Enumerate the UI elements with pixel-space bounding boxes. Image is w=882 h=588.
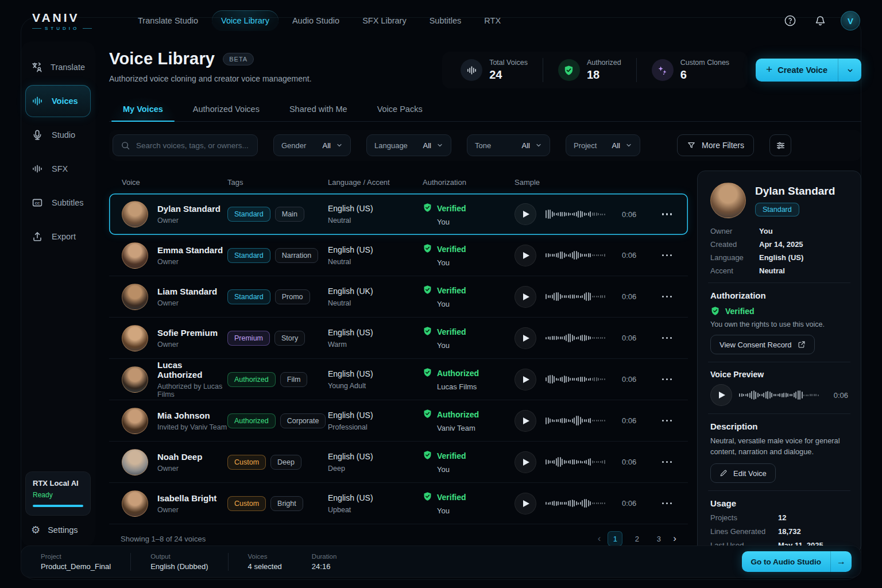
create-voice-button[interactable]: +Create Voice <box>756 59 861 82</box>
tab-voice-packs[interactable]: Voice Packs <box>375 99 425 121</box>
play-icon <box>523 252 529 259</box>
go-to-audio-studio-button[interactable]: Go to Audio Studio → <box>742 551 852 572</box>
row-menu-button[interactable] <box>661 334 674 343</box>
play-button[interactable] <box>514 203 536 225</box>
create-voice-dropdown[interactable] <box>838 67 861 74</box>
column-header-authorization: Authorization <box>423 178 514 187</box>
preview-duration: 0:06 <box>834 391 848 400</box>
page-button-3[interactable]: 3 <box>651 531 666 546</box>
topnav-tab-audio-studio[interactable]: Audio Studio <box>283 10 349 31</box>
voice-name: Dylan Standard <box>157 204 220 214</box>
table-row[interactable]: Lucas Authorized Authorized by Lucas Fil… <box>109 359 688 400</box>
tab-authorized-voices[interactable]: Authorized Voices <box>191 99 262 121</box>
table-row[interactable]: Noah Deep Owner Custom Deep English (US)… <box>109 442 688 483</box>
sidebar-item-sfx[interactable]: SFX <box>25 153 91 185</box>
language-filter[interactable]: Language All <box>366 134 451 156</box>
auth-by: You <box>437 258 514 267</box>
play-icon <box>523 211 529 218</box>
sidebar-item-label: SFX <box>52 164 68 173</box>
play-button[interactable] <box>514 245 536 266</box>
topnav-tab-rtx[interactable]: RTX <box>475 10 510 31</box>
voice-tag-primary: Authorized <box>227 413 276 428</box>
detail-field-language: Language English (US) <box>710 253 848 262</box>
view-consent-record-button[interactable]: View Consent Record <box>710 335 815 354</box>
tab-shared-with-me[interactable]: Shared with Me <box>287 99 350 121</box>
auth-by: You <box>437 465 514 474</box>
search-input[interactable] <box>136 141 250 150</box>
subtitles-icon: CC <box>31 197 44 208</box>
voice-tag-secondary: Bright <box>270 496 303 511</box>
filter-bar: Gender All Language All Tone All Project… <box>109 130 861 161</box>
sidebar-item-studio[interactable]: Studio <box>25 119 91 151</box>
sidebar-item-subtitles[interactable]: CC Subtitles <box>25 187 91 219</box>
table-row[interactable]: Isabella Bright Owner Custom Bright Engl… <box>109 483 688 524</box>
voice-accent: Upbeat <box>328 506 423 514</box>
view-options-button[interactable] <box>769 134 791 156</box>
usage-field-projects: Projects 12 <box>710 513 848 522</box>
edit-voice-button[interactable]: Edit Voice <box>710 463 776 483</box>
play-button[interactable] <box>514 369 536 390</box>
play-button[interactable] <box>514 410 536 432</box>
help-button[interactable] <box>781 11 799 30</box>
row-menu-button[interactable] <box>661 251 674 260</box>
row-menu-button[interactable] <box>661 499 674 508</box>
sidebar-items: Translate Voices Studio SFX CC Subtitles… <box>21 51 95 253</box>
bell-icon <box>814 15 826 27</box>
sidebar-item-label: Translate <box>51 63 85 72</box>
funnel-icon <box>687 141 696 150</box>
search-box <box>113 134 258 156</box>
detail-field-owner: Owner You <box>710 227 848 235</box>
table-row[interactable]: Sofie Premium Owner Premium Story Englis… <box>109 318 688 359</box>
auth-status: Verified <box>437 245 466 254</box>
play-button[interactable] <box>514 451 536 473</box>
topnav-tab-sfx-library[interactable]: SFX Library <box>353 10 416 31</box>
more-filters-button[interactable]: More Filters <box>677 134 754 156</box>
user-avatar[interactable]: V <box>841 11 860 30</box>
gender-filter[interactable]: Gender All <box>273 134 351 156</box>
description-text: Neutral, versatile male voice for genera… <box>710 435 848 457</box>
row-menu-button[interactable] <box>661 292 674 301</box>
table-row[interactable]: Dylan Standard Owner Standard Main Engli… <box>109 194 688 235</box>
notifications-button[interactable] <box>811 11 829 30</box>
authorization-status: Verified <box>710 306 848 316</box>
shield-check-icon <box>423 492 432 503</box>
row-menu-button[interactable] <box>661 416 674 425</box>
topnav-tab-voice-library[interactable]: Voice Library <box>212 10 278 31</box>
table-row[interactable]: Mia Johnson Invited by Vaniv Team Author… <box>109 400 688 442</box>
field-value: Apr 14, 2025 <box>759 240 803 249</box>
project-filter[interactable]: Project All <box>566 134 640 156</box>
topnav-tab-translate-studio[interactable]: Translate Studio <box>129 10 207 31</box>
tab-my-voices[interactable]: My Voices <box>121 99 165 121</box>
voice-tag-primary: Standard <box>227 248 270 263</box>
row-menu-button[interactable] <box>661 375 674 384</box>
voice-owner: Owner <box>157 216 220 225</box>
stats-panel: Total Voices 24 Authorized 18 Custom Clo… <box>442 52 748 88</box>
sidebar-item-settings[interactable]: ⚙ Settings <box>25 516 91 539</box>
page-button-2[interactable]: 2 <box>629 531 644 546</box>
play-button[interactable] <box>514 327 536 349</box>
sidebar-item-voices[interactable]: Voices <box>25 85 91 117</box>
field-value: Neutral <box>759 266 785 275</box>
table-row[interactable]: Liam Standard Owner Standard Promo Engli… <box>109 276 688 318</box>
row-menu-button[interactable] <box>661 458 674 467</box>
preview-play-button[interactable] <box>710 384 732 406</box>
detail-header: Dylan Standard Standard <box>710 183 848 218</box>
row-menu-button[interactable] <box>661 210 674 219</box>
sidebar-item-translate[interactable]: Translate <box>25 51 91 83</box>
topnav-tab-subtitles[interactable]: Subtitles <box>420 10 471 31</box>
tone-filter[interactable]: Tone All <box>467 134 550 156</box>
sidebar: Translate Voices Studio SFX CC Subtitles… <box>21 41 95 547</box>
sidebar-item-export[interactable]: Export <box>25 220 91 253</box>
external-link-icon <box>798 341 806 349</box>
voice-tag-primary: Standard <box>227 207 270 222</box>
play-button[interactable] <box>514 286 536 308</box>
stat-value: 18 <box>587 68 621 82</box>
prev-page-button[interactable]: ‹ <box>598 533 601 544</box>
page-button-1[interactable]: 1 <box>608 531 622 546</box>
voice-tag-secondary: Story <box>274 331 305 346</box>
voice-accent: Professional <box>328 423 423 431</box>
play-button[interactable] <box>514 493 536 514</box>
next-page-button[interactable]: › <box>673 533 676 544</box>
table-header: VoiceTagsLanguage / AccentAuthorizationS… <box>109 171 688 194</box>
table-row[interactable]: Emma Standard Owner Standard Narration E… <box>109 235 688 276</box>
